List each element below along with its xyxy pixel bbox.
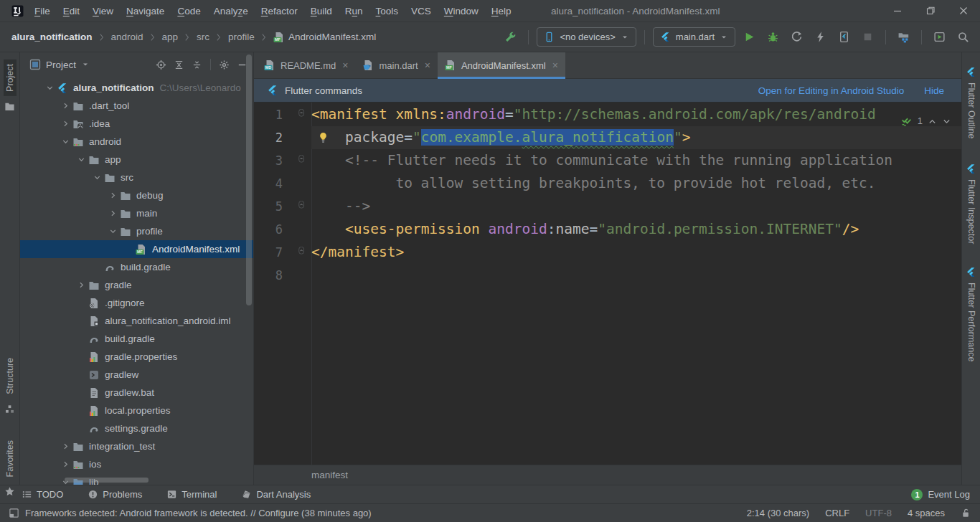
breadcrumb-item[interactable]: alura_notification (11, 32, 93, 42)
menu-edit[interactable]: Edit (57, 6, 86, 16)
toolwindow-problems[interactable]: Problems (88, 489, 142, 500)
menu-tools[interactable]: Tools (369, 6, 405, 16)
minimize-button[interactable] (881, 0, 914, 22)
settings-button[interactable] (219, 60, 230, 70)
menu-window[interactable]: Window (438, 6, 485, 16)
toolwindow-terminal[interactable]: Terminal (166, 489, 217, 500)
bulb-icon[interactable] (317, 131, 329, 143)
restore-button[interactable] (914, 0, 947, 22)
tree-down-chevron-icon[interactable] (105, 222, 120, 240)
editor-tab-androidmanifest.xml[interactable]: MFAndroidManifest.xml× (438, 52, 565, 78)
tree-item[interactable]: alura_notificationC:\Users\Leonardo (20, 79, 253, 97)
menu-refactor[interactable]: Refactor (255, 6, 304, 16)
run-config-combo[interactable]: main.dart (653, 27, 735, 47)
fold-end-icon[interactable] (298, 247, 307, 255)
close-tab-icon[interactable]: × (342, 60, 348, 70)
tree-item[interactable]: src (20, 169, 253, 186)
menu-analyze[interactable]: Analyze (207, 6, 255, 16)
close-button[interactable] (947, 0, 980, 22)
tree-item[interactable]: android (20, 133, 253, 151)
tree-item[interactable]: integration_test (20, 437, 253, 455)
flutter-attach-button[interactable] (811, 27, 830, 47)
collapse-all-button[interactable] (192, 60, 202, 70)
file-encoding[interactable]: UTF-8 (865, 508, 892, 518)
toolwindow-todo[interactable]: TODO (22, 489, 63, 500)
menu-code[interactable]: Code (171, 6, 207, 16)
tree-down-chevron-icon[interactable] (74, 151, 88, 169)
close-tab-icon[interactable]: × (552, 60, 558, 70)
code-line[interactable]: 1<manifest xmlns:android="http://schemas… (254, 103, 961, 126)
indent-setting[interactable]: 4 spaces (908, 508, 945, 518)
tree-right-chevron-icon[interactable] (58, 97, 72, 115)
tree-item[interactable]: gradle.properties (20, 348, 253, 366)
tree-item[interactable]: main (20, 204, 253, 222)
tree-right-chevron-icon[interactable] (105, 186, 120, 204)
attach-debugger-to-android-process-button[interactable] (834, 27, 854, 47)
tool-stripe-structure[interactable]: Structure (0, 349, 19, 419)
fold-end-icon[interactable] (298, 201, 307, 209)
breadcrumb-manifest[interactable]: manifest (311, 470, 348, 480)
status-message[interactable]: Frameworks detected: Android framework i… (25, 508, 372, 518)
tree-item[interactable]: alura_notification_android.iml (20, 312, 253, 330)
tree-item[interactable]: gradle (20, 276, 253, 294)
tree-item[interactable]: .gitignore (20, 294, 253, 312)
code-line[interactable]: 3 <!-- Flutter needs it to communicate w… (254, 149, 961, 172)
tree-right-chevron-icon[interactable] (58, 115, 72, 133)
fold-start-icon[interactable] (298, 155, 307, 163)
caret-position[interactable]: 2:14 (30 chars) (747, 508, 809, 518)
close-tab-icon[interactable]: × (425, 60, 430, 70)
lock-icon[interactable] (961, 508, 971, 518)
menu-help[interactable]: Help (485, 6, 518, 16)
tree-right-chevron-icon[interactable] (105, 204, 120, 222)
fold-start-icon[interactable] (298, 109, 307, 118)
code-line[interactable]: 2 package="com.example.alura_notificatio… (254, 126, 961, 149)
run-button[interactable] (740, 27, 759, 47)
stop-button[interactable] (858, 27, 877, 47)
tool-stripe-flutter-inspector[interactable]: Flutter Inspector (962, 159, 980, 248)
tree-item[interactable]: local.properties (20, 402, 253, 419)
tree-item[interactable]: .dart_tool (20, 97, 253, 115)
tree-down-chevron-icon[interactable] (58, 133, 72, 151)
tree-item[interactable]: profile (20, 222, 253, 240)
prev-problem-icon[interactable] (928, 117, 937, 126)
toolwindow-dart-analysis[interactable]: Dart Analysis (241, 489, 311, 500)
code-line[interactable]: 6 <uses-permission android:name="android… (254, 218, 961, 241)
expand-all-button[interactable] (174, 60, 184, 70)
menu-view[interactable]: View (86, 6, 120, 16)
device-combo[interactable]: <no devices> (537, 27, 636, 47)
breadcrumb-item[interactable]: app (162, 32, 179, 42)
tree-down-chevron-icon[interactable] (42, 79, 57, 97)
hide-banner-link[interactable]: Hide (924, 85, 944, 96)
menu-build[interactable]: Build (304, 6, 339, 16)
tree-item[interactable]: gradlew (20, 366, 253, 384)
tree-item[interactable]: ios (20, 455, 253, 473)
tree-item[interactable]: gradlew.bat (20, 384, 253, 402)
tree-right-chevron-icon[interactable] (74, 276, 88, 294)
tree-item[interactable]: .idea (20, 115, 253, 133)
inspections-widget[interactable]: 1 (900, 110, 951, 133)
tree-item[interactable]: settings.gradle (20, 419, 253, 437)
code-line[interactable]: 7</manifest> (254, 241, 961, 264)
tree-item[interactable]: build.gradle (20, 258, 253, 276)
toolwindow-toggle-icon[interactable] (9, 508, 19, 518)
editor-tab-main.dart[interactable]: main.dart× (355, 52, 437, 78)
menu-file[interactable]: File (28, 6, 57, 16)
tool-stripe-flutter-outline[interactable]: Flutter Outline (962, 62, 980, 143)
tool-stripe-flutter-performance[interactable]: Flutter Performance (962, 262, 980, 366)
running-devices-button[interactable] (930, 27, 949, 47)
tree-item[interactable]: app (20, 151, 253, 169)
tree-right-chevron-icon[interactable] (58, 437, 72, 455)
tree-vertical-scrollbar[interactable] (246, 54, 252, 305)
breadcrumb-item[interactable]: profile (228, 32, 255, 42)
tree-item[interactable]: debug (20, 186, 253, 204)
event-log-button[interactable]: 1Event Log (911, 489, 970, 500)
locate-file-button[interactable] (156, 60, 166, 70)
next-problem-icon[interactable] (942, 117, 951, 126)
breadcrumb-item[interactable]: android (111, 32, 143, 42)
code-line[interactable]: 5 --> (254, 195, 961, 218)
tree-down-chevron-icon[interactable] (90, 169, 104, 186)
project-view-selector[interactable]: Project (29, 59, 90, 70)
menu-navigate[interactable]: Navigate (120, 6, 171, 16)
debug-button[interactable] (763, 27, 783, 47)
breadcrumb-file[interactable]: MFAndroidManifest.xml (273, 32, 376, 43)
